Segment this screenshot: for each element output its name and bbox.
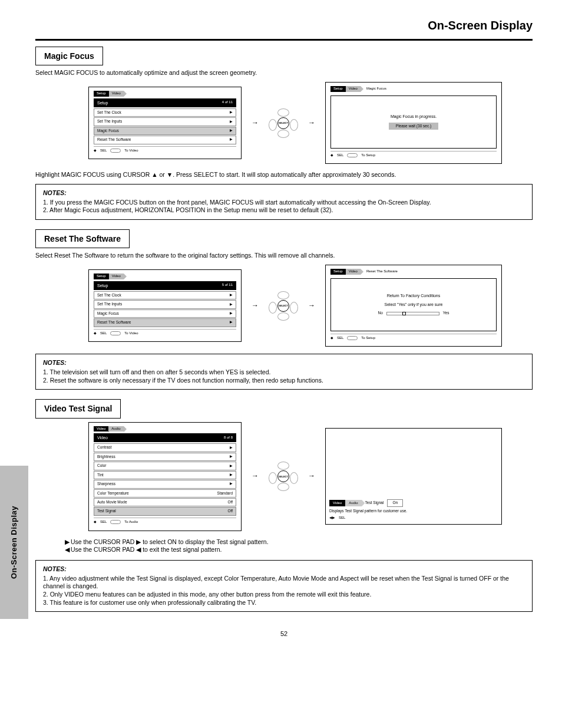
footer-bar: ◆SEL To Audio — [94, 518, 236, 525]
note-item: 2. After Magic Focus adjustment, HORIZON… — [43, 206, 525, 215]
notes-label: NOTES: — [43, 565, 525, 574]
section-reset-software: Reset The Software Select Reset The Soft… — [35, 229, 533, 390]
notes-label: NOTES: — [43, 189, 525, 197]
menu-item[interactable]: Set The Inputs▶ — [94, 117, 236, 126]
osd-screen-video: Video Audio Video 8 of 8 Contrast▶ Brigh… — [88, 422, 242, 531]
menu-item-selected[interactable]: Test SignalOff — [94, 507, 236, 515]
crumb: Video — [109, 274, 124, 279]
crumb: Setup — [330, 86, 346, 92]
menu-item[interactable]: Set The Clock▶ — [94, 108, 236, 117]
note-item: 1. If you press the MAGIC FOCUS button o… — [43, 199, 525, 207]
instruction: ▶Use the CURSOR PAD ▶ to select ON to di… — [65, 538, 533, 546]
test-signal-desc: Displays Test Signal pattern for custome… — [329, 509, 498, 513]
confirm-sub: Select "Yes" only if you are sure — [385, 302, 443, 307]
page-number: 52 — [35, 630, 533, 638]
section-head: Magic Focus — [35, 47, 103, 65]
footer-bar: ◆SEL To Setup — [330, 151, 497, 158]
crumb: Video — [329, 500, 345, 506]
note-item: 3. This feature is for customer use only… — [43, 599, 525, 607]
menu-item-selected[interactable]: Magic Focus▶ — [94, 127, 236, 135]
menu-item[interactable]: Set The Clock▶ — [94, 291, 236, 299]
confirm-panel: Return To Factory Conditions Select "Yes… — [330, 278, 497, 331]
osd-screen-reset-confirm: Setup Video Reset The Software Return To… — [325, 265, 502, 347]
menu-title: Setup 4 of 11 — [94, 98, 236, 107]
menu-item[interactable]: Magic Focus▶ — [94, 309, 236, 318]
crumb-caption: Test Signal — [365, 500, 384, 505]
confirm-title: Return To Factory Conditions — [387, 293, 441, 298]
menu-item[interactable]: Set The Inputs▶ — [94, 300, 236, 308]
section-head: Reset The Software — [35, 229, 130, 248]
notes-box: NOTES: 1. Any video adjustment while the… — [35, 560, 533, 612]
note-item: 2. Only VIDEO menu features can be adjus… — [43, 591, 525, 599]
crumb: Setup — [94, 274, 109, 279]
osd-screen-setup: Setup Video Setup 4 of 11 Set The Clock▶… — [88, 87, 242, 159]
select-button[interactable]: SELECT — [269, 291, 298, 321]
crumb: Video — [346, 86, 361, 92]
osd-screen-magic-progress: Setup Video Magic Focus Magic Focus in p… — [325, 82, 502, 164]
crumb-caption: Reset The Software — [366, 269, 398, 274]
arrow-icon: → — [304, 472, 319, 481]
figure-row: Setup Video Setup 4 of 11 Set The Clock▶… — [88, 82, 527, 164]
menu-title: Video 8 of 8 — [94, 433, 236, 442]
crumb: Video — [346, 269, 361, 275]
crumb: Setup — [94, 91, 109, 97]
footer-bar: ◀▶SEL — [329, 515, 498, 521]
footer-bar: ◆SEL To Video — [94, 329, 236, 336]
progress-bar: Please wait (30 sec.) — [389, 123, 438, 130]
menu-item[interactable]: Color▶ — [94, 462, 236, 470]
menu-title: Setup 5 of 11 — [94, 281, 236, 290]
osd-screen-test-pattern: Video Audio Test Signal On Displays Test… — [325, 428, 502, 525]
menu-item[interactable]: Contrast▶ — [94, 443, 236, 452]
menu-item[interactable]: Brightness▶ — [94, 453, 236, 461]
section-sub: Select MAGIC FOCUS to automatically opti… — [35, 69, 533, 77]
crumb: Setup — [330, 269, 346, 275]
menu-item[interactable]: Tint▶ — [94, 471, 236, 479]
arrow-icon: → — [247, 301, 263, 311]
arrow-icon: → — [247, 472, 263, 481]
arrow-icon: → — [304, 301, 319, 311]
section-sub: Select Reset The Software to return the … — [35, 252, 533, 260]
crumb: Video — [109, 91, 124, 97]
notes-box: NOTES: 1. The television set will turn o… — [35, 354, 533, 390]
arrow-icon: → — [247, 118, 263, 128]
footer-bar: ◆SEL To Setup — [330, 334, 497, 341]
page-title: On-Screen Display — [35, 18, 533, 33]
confirm-toggle[interactable]: No Yes — [378, 311, 449, 315]
figure-row: Video Audio Video 8 of 8 Contrast▶ Brigh… — [88, 422, 527, 531]
section-head: Video Test Signal — [35, 399, 121, 418]
select-button[interactable]: SELECT — [269, 462, 298, 491]
test-signal-value: On — [387, 499, 403, 506]
note-item: 1. Any video adjustment while the Test S… — [43, 575, 525, 591]
notes-label: NOTES: — [43, 359, 525, 367]
select-button[interactable]: SELECT — [269, 108, 298, 138]
instruction: Highlight MAGIC FOCUS using CURSOR ▲ or … — [35, 171, 533, 179]
side-tab-label: On-Screen Display — [9, 506, 19, 579]
progress-text: Magic Focus in progress. — [391, 114, 437, 119]
menu-item[interactable]: Reset The Software▶ — [94, 136, 236, 144]
color-bars — [329, 432, 498, 497]
crumb: Audio — [108, 426, 123, 432]
menu-item[interactable]: Color TemperatureStandard — [94, 489, 236, 498]
menu-item-selected[interactable]: Reset The Software▶ — [94, 318, 236, 327]
notes-box: NOTES: 1. If you press the MAGIC FOCUS b… — [35, 184, 533, 220]
crumb: Audio — [345, 500, 361, 506]
crumb-caption: Magic Focus — [366, 87, 386, 91]
section-test-signal: Video Test Signal Video Audio Video 8 of… — [35, 399, 533, 612]
arrow-icon: → — [304, 118, 319, 128]
note-item: 1. The television set will turn off and … — [43, 368, 525, 377]
osd-screen-setup: Setup Video Setup 5 of 11 Set The Clock▶… — [88, 269, 242, 342]
crumb: Video — [94, 426, 108, 432]
figure-row: Setup Video Setup 5 of 11 Set The Clock▶… — [88, 265, 527, 347]
side-tab: On-Screen Display — [0, 466, 28, 619]
section-magic-focus: Magic Focus Select MAGIC FOCUS to automa… — [35, 47, 533, 220]
menu-item[interactable]: Sharpness▶ — [94, 480, 236, 488]
progress-panel: Magic Focus in progress. Please wait (30… — [330, 95, 497, 149]
title-rule — [35, 39, 533, 41]
menu-item[interactable]: Auto Movie ModeOff — [94, 498, 236, 506]
note-item: 2. Reset the software is only necessary … — [43, 377, 525, 385]
footer-bar: ◆SEL To Video — [94, 146, 236, 153]
instruction: ◀Use the CURSOR PAD ◀ to exit the test s… — [65, 546, 533, 554]
